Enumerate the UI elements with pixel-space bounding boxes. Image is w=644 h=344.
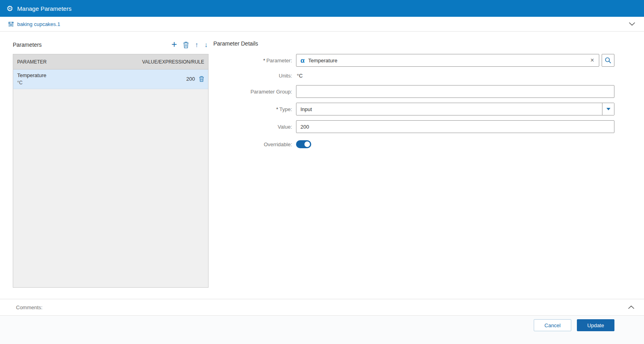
search-button[interactable]: [602, 54, 614, 67]
overridable-label: Overridable:: [213, 141, 296, 147]
row-parameter-value: 200: [186, 76, 195, 82]
titlebar: ⚙ Manage Parameters: [0, 0, 644, 17]
value-field-row: Value:: [213, 120, 614, 133]
parameter-group-field: [296, 85, 614, 98]
parameter-field-row: *Parameter: α ×: [213, 54, 614, 67]
comments-bar: Comments:: [0, 299, 644, 315]
row-value-cell: 200: [186, 76, 204, 82]
parameter-input[interactable]: [308, 58, 586, 64]
parameters-panel: Parameters + ↑ ↓: [13, 40, 209, 299]
table-row[interactable]: Temperature °C 200: [13, 70, 208, 89]
parameter-field: α ×: [296, 54, 614, 67]
parameter-group-label-text: Parameter Group:: [250, 89, 292, 95]
column-header-parameter: PARAMETER: [17, 59, 47, 65]
parameter-label-text: Parameter:: [266, 58, 292, 64]
main-content: Parameters + ↑ ↓: [0, 32, 644, 299]
parameters-panel-title: Parameters: [13, 42, 42, 48]
parameters-toolbar: + ↑ ↓: [171, 41, 209, 49]
units-field-row: Units: °C: [213, 72, 614, 80]
row-parameter-cell: Temperature °C: [17, 72, 46, 86]
context-object-link[interactable]: baking cupcakes.1: [17, 21, 60, 27]
manage-parameters-dialog: ⚙ Manage Parameters baking cupcakes.1 Pa…: [0, 0, 644, 344]
required-marker: *: [263, 58, 265, 64]
cancel-button[interactable]: Cancel: [534, 319, 571, 331]
parameter-search-field[interactable]: α ×: [296, 54, 599, 67]
type-label: *Type:: [213, 106, 296, 112]
parameters-panel-header: Parameters + ↑ ↓: [13, 40, 209, 50]
clear-icon[interactable]: ×: [590, 57, 595, 64]
units-value: °C: [296, 73, 614, 79]
value-label: Value:: [213, 124, 296, 130]
move-up-button[interactable]: ↑: [195, 42, 199, 48]
context-bar: baking cupcakes.1: [0, 17, 644, 32]
overridable-toggle[interactable]: [296, 140, 311, 148]
footer: Cancel Update: [0, 315, 644, 344]
value-field: [296, 120, 614, 133]
overridable-field: [296, 140, 614, 148]
parameters-object-icon: [8, 21, 14, 27]
alpha-icon: α: [300, 57, 304, 64]
toggle-knob: [304, 141, 310, 147]
add-parameter-button[interactable]: +: [171, 40, 177, 49]
type-field: Input: [296, 103, 614, 115]
collapse-chevron-down-icon[interactable]: [627, 20, 637, 28]
parameter-details-panel: Parameter Details *Parameter: α ×: [213, 40, 614, 299]
row-delete-icon[interactable]: [199, 76, 204, 82]
delete-parameter-button[interactable]: [183, 42, 189, 48]
row-parameter-units: °C: [17, 80, 46, 86]
dialog-title: Manage Parameters: [17, 5, 72, 12]
type-label-text: Type:: [279, 106, 292, 112]
overridable-field-row: Overridable:: [213, 138, 614, 151]
gear-icon: ⚙: [6, 5, 13, 12]
parameter-label: *Parameter:: [213, 58, 296, 64]
collapse-chevron-up-icon[interactable]: [626, 304, 636, 311]
overridable-label-text: Overridable:: [264, 141, 292, 147]
comments-label: Comments:: [16, 304, 42, 310]
value-label-text: Value:: [278, 124, 292, 130]
units-label: Units:: [213, 73, 296, 79]
units-label-text: Units:: [279, 73, 292, 79]
type-select-value: Input: [296, 103, 602, 115]
parameter-group-input[interactable]: [296, 85, 614, 98]
parameters-table: PARAMETER VALUE/EXPRESSION/RULE Temperat…: [13, 54, 209, 288]
value-input[interactable]: [296, 120, 614, 133]
required-marker: *: [276, 106, 278, 112]
chevron-down-icon[interactable]: [602, 103, 614, 115]
table-header-row: PARAMETER VALUE/EXPRESSION/RULE: [13, 54, 208, 70]
parameter-details-title: Parameter Details: [213, 40, 614, 47]
column-header-value-expression-rule: VALUE/EXPRESSION/RULE: [142, 59, 204, 65]
update-button[interactable]: Update: [577, 319, 614, 331]
type-field-row: *Type: Input: [213, 103, 614, 115]
move-down-button[interactable]: ↓: [205, 42, 208, 48]
type-select[interactable]: Input: [296, 103, 614, 115]
row-parameter-name: Temperature: [17, 72, 46, 80]
magnifier-icon: [604, 57, 612, 64]
parameter-group-label: Parameter Group:: [213, 89, 296, 95]
parameter-group-field-row: Parameter Group:: [213, 85, 614, 98]
